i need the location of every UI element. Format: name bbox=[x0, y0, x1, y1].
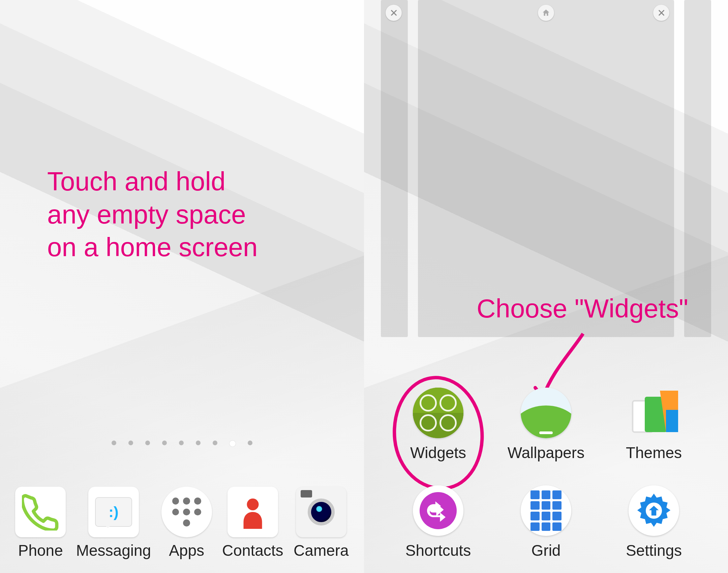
hint-line-2: any empty space bbox=[47, 200, 246, 229]
dock-item-apps[interactable]: Apps bbox=[161, 487, 212, 560]
grid-icon bbox=[521, 485, 571, 536]
home-edit-options: Widgets Wallpapers Themes Shor bbox=[364, 388, 728, 560]
page-dot[interactable] bbox=[230, 441, 236, 447]
option-grid[interactable]: Grid bbox=[492, 485, 600, 560]
home-screen-panel[interactable]: Touch and hold any empty space on a home… bbox=[0, 0, 364, 573]
svg-point-0 bbox=[247, 499, 259, 510]
instruction-overlay-right: Choose "Widgets" bbox=[477, 293, 688, 324]
option-shortcuts[interactable]: Shortcuts bbox=[384, 485, 492, 560]
page-dot[interactable] bbox=[162, 441, 167, 445]
apps-icon bbox=[161, 487, 212, 537]
dock-item-phone[interactable]: Phone bbox=[15, 487, 66, 560]
dock-label: Camera bbox=[294, 541, 349, 560]
shortcuts-icon bbox=[413, 485, 463, 536]
page-thumb-prev[interactable]: ✕ bbox=[381, 0, 408, 337]
page-dot[interactable] bbox=[128, 441, 133, 445]
page-dot[interactable] bbox=[196, 441, 201, 445]
wallpapers-icon bbox=[521, 388, 571, 438]
page-dot[interactable] bbox=[179, 441, 184, 445]
page-dot[interactable] bbox=[145, 441, 150, 445]
settings-gear-icon bbox=[629, 485, 679, 536]
option-themes[interactable]: Themes bbox=[600, 388, 708, 462]
option-label: Themes bbox=[626, 444, 682, 462]
svg-marker-4 bbox=[666, 410, 678, 432]
page-dot[interactable] bbox=[213, 441, 217, 445]
dock-item-contacts[interactable]: Contacts bbox=[222, 487, 283, 560]
option-label: Settings bbox=[626, 541, 682, 560]
option-settings[interactable]: Settings bbox=[600, 485, 708, 560]
option-label: Widgets bbox=[410, 444, 466, 462]
option-label: Grid bbox=[532, 541, 561, 560]
dock-item-messaging[interactable]: :) Messaging bbox=[76, 487, 151, 560]
dock-label: Messaging bbox=[76, 541, 151, 560]
option-widgets[interactable]: Widgets bbox=[384, 388, 492, 462]
dock-label: Phone bbox=[18, 541, 63, 560]
dock-label: Apps bbox=[169, 541, 204, 560]
option-label: Wallpapers bbox=[508, 444, 584, 462]
widgets-icon bbox=[413, 388, 463, 438]
themes-icon bbox=[629, 388, 679, 438]
page-thumb-current[interactable]: ✕ bbox=[418, 0, 674, 337]
home-pages-strip[interactable]: ✕ ✕ bbox=[364, 0, 728, 337]
dock-item-camera[interactable]: Camera bbox=[294, 487, 349, 560]
hint-line-1: Touch and hold bbox=[47, 167, 225, 196]
close-icon[interactable]: ✕ bbox=[653, 5, 669, 21]
phone-icon bbox=[15, 487, 66, 537]
page-dot[interactable] bbox=[112, 441, 116, 445]
close-icon[interactable]: ✕ bbox=[386, 5, 402, 21]
dock-label: Contacts bbox=[222, 541, 283, 560]
contacts-icon bbox=[228, 487, 278, 537]
page-indicator bbox=[0, 441, 364, 447]
home-edit-panel: ✕ ✕ Choose "Widgets" Widgets Wallpapers bbox=[364, 0, 728, 573]
page-thumb-next[interactable] bbox=[684, 0, 711, 337]
home-icon[interactable] bbox=[538, 5, 554, 21]
messaging-icon: :) bbox=[88, 487, 139, 537]
option-label: Shortcuts bbox=[405, 541, 471, 560]
hint-line-3: on a home screen bbox=[47, 232, 257, 262]
instruction-overlay-left: Touch and hold any empty space on a home… bbox=[47, 165, 257, 264]
camera-icon bbox=[296, 487, 346, 537]
option-wallpapers[interactable]: Wallpapers bbox=[492, 388, 600, 462]
dock: Phone :) Messaging Apps Contacts Camera bbox=[0, 487, 364, 560]
page-dot[interactable] bbox=[248, 441, 252, 445]
